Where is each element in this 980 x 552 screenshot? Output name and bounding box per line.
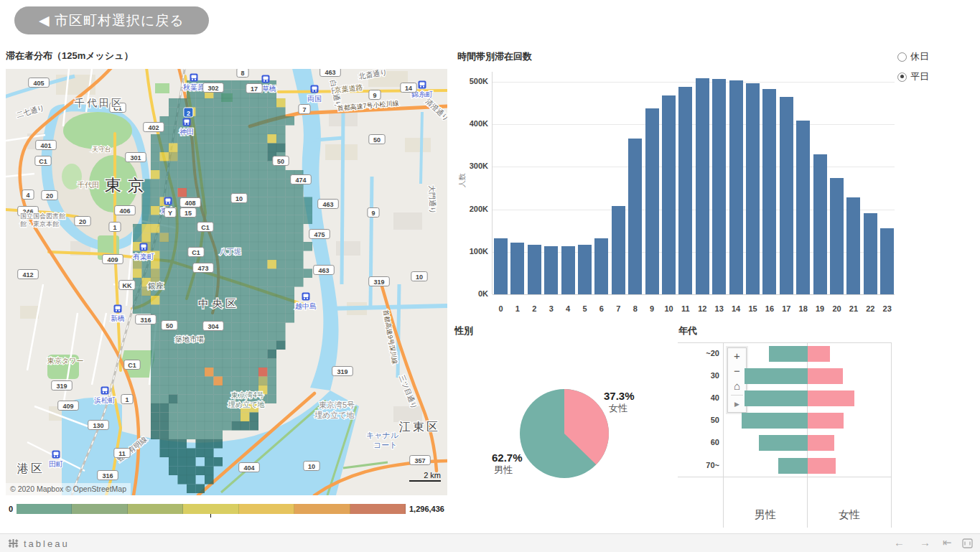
mesh-cell[interactable] xyxy=(196,108,205,117)
mesh-cell[interactable] xyxy=(151,215,160,225)
mesh-cell[interactable] xyxy=(169,377,178,386)
mesh-cell[interactable] xyxy=(223,152,232,162)
mesh-cell[interactable] xyxy=(223,162,232,171)
mesh-cell[interactable] xyxy=(178,431,187,440)
mesh-cell[interactable] xyxy=(160,134,169,144)
mesh-cell[interactable] xyxy=(160,188,169,197)
mesh-cell[interactable] xyxy=(223,206,232,215)
mesh-cell[interactable] xyxy=(214,395,223,404)
mesh-cell[interactable] xyxy=(294,215,304,225)
mesh-cell[interactable] xyxy=(205,242,214,251)
mesh-cell[interactable] xyxy=(294,260,304,269)
mesh-cell[interactable] xyxy=(187,278,196,287)
mesh-cell[interactable] xyxy=(169,224,178,233)
mesh-cell[interactable] xyxy=(276,126,286,135)
mesh-cell[interactable] xyxy=(268,323,277,332)
mesh-cell[interactable] xyxy=(223,80,232,90)
mesh-cell[interactable] xyxy=(268,206,277,215)
mesh-cell[interactable] xyxy=(223,215,232,225)
age-bar-male[interactable] xyxy=(742,413,808,429)
fullscreen-icon[interactable] xyxy=(962,538,973,548)
mesh-cell[interactable] xyxy=(223,368,232,377)
mesh-cell[interactable] xyxy=(196,368,205,377)
mesh-cell[interactable] xyxy=(276,314,286,323)
mesh-cell[interactable] xyxy=(250,287,259,296)
mesh-cell[interactable] xyxy=(187,403,196,413)
mesh-cell[interactable] xyxy=(196,179,205,189)
mesh-cell[interactable] xyxy=(169,179,178,189)
mesh-cell[interactable] xyxy=(151,395,160,404)
mesh-cell[interactable] xyxy=(294,269,304,279)
mesh-cell[interactable] xyxy=(276,108,286,117)
mesh-cell[interactable] xyxy=(178,188,187,197)
mesh-cell[interactable] xyxy=(160,368,169,377)
mesh-cell[interactable] xyxy=(223,314,232,323)
mesh-cell[interactable] xyxy=(250,233,259,243)
time-bar[interactable] xyxy=(830,178,844,294)
mesh-cell[interactable] xyxy=(187,188,196,197)
mesh-cell[interactable] xyxy=(169,467,178,476)
mesh-cell[interactable] xyxy=(241,368,250,377)
mesh-cell[interactable] xyxy=(178,296,187,305)
mesh-cell[interactable] xyxy=(241,162,250,171)
mesh-cell[interactable] xyxy=(151,305,160,314)
mesh-cell[interactable] xyxy=(258,332,268,341)
mesh-cell[interactable] xyxy=(151,242,160,251)
mesh-cell[interactable] xyxy=(250,152,259,162)
mesh-cell[interactable] xyxy=(133,296,142,305)
mesh-cell[interactable] xyxy=(205,134,214,144)
mesh-cell[interactable] xyxy=(178,233,187,243)
time-bar[interactable] xyxy=(813,154,827,294)
mesh-cell[interactable] xyxy=(286,305,295,314)
mesh-cell[interactable] xyxy=(151,152,160,162)
mesh-cell[interactable] xyxy=(268,368,277,377)
mesh-cell[interactable] xyxy=(169,287,178,296)
mesh-cell[interactable] xyxy=(169,431,178,440)
mesh-cell[interactable] xyxy=(196,403,205,413)
mesh-cell[interactable] xyxy=(196,134,205,144)
time-bar[interactable] xyxy=(762,89,776,294)
mesh-cell[interactable] xyxy=(232,134,241,144)
mesh-cell[interactable] xyxy=(214,108,223,117)
mesh-cell[interactable] xyxy=(258,98,268,108)
mesh-cell[interactable] xyxy=(268,377,277,386)
time-bar[interactable] xyxy=(594,238,608,294)
mesh-cell[interactable] xyxy=(151,162,160,171)
mesh-cell[interactable] xyxy=(232,314,241,323)
mesh-cell[interactable] xyxy=(178,269,187,279)
mesh-cell[interactable] xyxy=(169,368,178,377)
mesh-cell[interactable] xyxy=(223,332,232,341)
mesh-cell[interactable] xyxy=(169,251,178,261)
mesh-cell[interactable] xyxy=(250,215,259,225)
mesh-cell[interactable] xyxy=(205,233,214,243)
mesh-cell[interactable] xyxy=(223,278,232,287)
mesh-cell[interactable] xyxy=(294,278,304,287)
mesh-cell[interactable] xyxy=(196,162,205,171)
mesh-cell[interactable] xyxy=(223,188,232,197)
mesh-cell[interactable] xyxy=(258,188,268,197)
mesh-cell[interactable] xyxy=(241,224,250,233)
mesh-cell[interactable] xyxy=(214,188,223,197)
mesh-cell[interactable] xyxy=(178,368,187,377)
mesh-cell[interactable] xyxy=(196,431,205,440)
mesh-cell[interactable] xyxy=(214,162,223,171)
mesh-cell[interactable] xyxy=(205,179,214,189)
mesh-cell[interactable] xyxy=(232,368,241,377)
mesh-cell[interactable] xyxy=(214,368,223,377)
age-bar-male[interactable] xyxy=(745,390,808,406)
mesh-cell[interactable] xyxy=(214,341,223,350)
mesh-cell[interactable] xyxy=(169,449,178,458)
mesh-cell[interactable] xyxy=(241,359,250,368)
mesh-cell[interactable] xyxy=(241,323,250,332)
age-bar-male[interactable] xyxy=(759,435,808,451)
age-bar-female[interactable] xyxy=(808,413,844,429)
mesh-cell[interactable] xyxy=(250,296,259,305)
mesh-cell[interactable] xyxy=(160,439,169,449)
mesh-cell[interactable] xyxy=(214,144,223,153)
mesh-cell[interactable] xyxy=(214,332,223,341)
mesh-cell[interactable] xyxy=(178,251,187,261)
mesh-cell[interactable] xyxy=(187,162,196,171)
mesh-cell[interactable] xyxy=(169,108,178,117)
mesh-cell[interactable] xyxy=(258,314,268,323)
mesh-cell[interactable] xyxy=(214,206,223,215)
